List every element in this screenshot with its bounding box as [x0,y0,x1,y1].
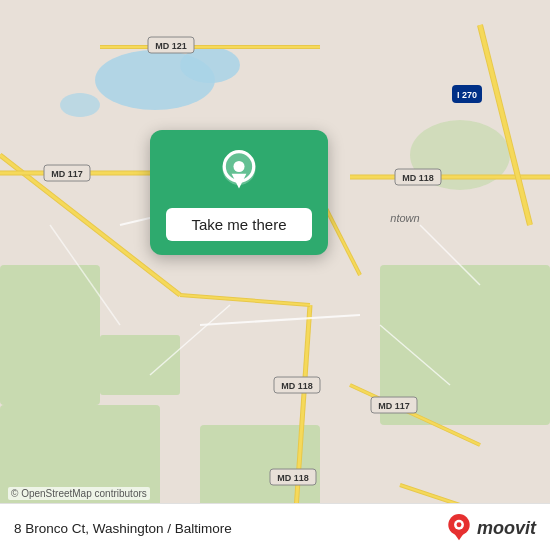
location-pin-icon [215,148,263,196]
svg-text:MD 118: MD 118 [281,381,313,391]
svg-text:MD 118: MD 118 [277,473,309,483]
take-me-there-button[interactable]: Take me there [166,208,312,241]
svg-rect-4 [0,265,100,405]
openstreetmap-credit: © OpenStreetMap contributors [8,487,150,500]
moovit-wordmark: moovit [477,518,536,539]
svg-text:MD 117: MD 117 [378,401,410,411]
svg-text:ntown: ntown [390,212,419,224]
svg-point-61 [457,522,462,527]
map-background: MD 121 MD 117 MD 118 I 270 MD 118 MD 117… [0,0,550,550]
bottom-bar: 8 Bronco Ct, Washington / Baltimore moov… [0,503,550,550]
svg-point-3 [60,93,100,117]
svg-marker-60 [453,532,465,540]
moovit-logo: moovit [445,514,536,542]
svg-text:I 270: I 270 [457,90,477,100]
moovit-pin-icon [445,514,473,542]
svg-point-56 [233,161,244,172]
svg-rect-9 [100,335,180,395]
svg-text:MD 117: MD 117 [51,169,83,179]
map-container: MD 121 MD 117 MD 118 I 270 MD 118 MD 117… [0,0,550,550]
svg-text:MD 121: MD 121 [155,41,187,51]
svg-text:MD 118: MD 118 [402,173,434,183]
address-text: 8 Bronco Ct, Washington / Baltimore [14,521,232,536]
popup-card: Take me there [150,130,328,255]
